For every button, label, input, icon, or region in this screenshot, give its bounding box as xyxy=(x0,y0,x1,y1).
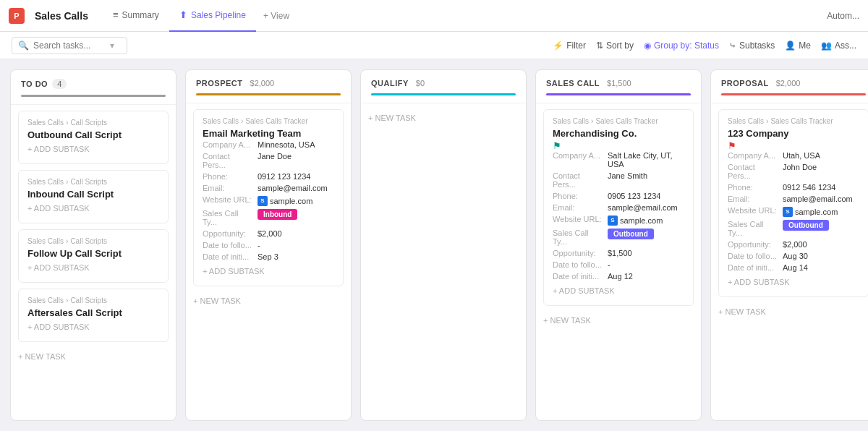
field-label: Date to follo... xyxy=(203,241,255,249)
website-url-value: S sample.com xyxy=(608,216,663,226)
card-field-row: Company A...Salt Lake City, UT, USA xyxy=(553,151,684,168)
card-field-row: Sales Call Ty...Inbound xyxy=(203,209,334,226)
field-label: Website URL: xyxy=(553,215,605,226)
col-header-salescall: SALES CALL$1,500 xyxy=(536,70,701,103)
field-value: $2,000 xyxy=(783,240,807,249)
add-subtask-button[interactable]: + ADD SUBTASK xyxy=(203,264,334,278)
card-field-row: Phone:0912 123 1234 xyxy=(203,172,334,181)
card-title[interactable]: Follow Up Call Script xyxy=(27,248,159,259)
field-label: Date to follo... xyxy=(728,252,780,260)
add-subtask-button[interactable]: + ADD SUBTASK xyxy=(27,142,159,156)
col-accent-salescall xyxy=(546,93,691,95)
card-field-row: Phone:0905 123 1234 xyxy=(553,192,684,200)
new-task-button[interactable]: + NEW TASK xyxy=(193,292,344,310)
card-field-row: Company A...Minnesota, USA xyxy=(203,140,334,149)
field-label: Sales Call Ty... xyxy=(728,220,780,237)
tab-summary-label: Summary xyxy=(122,10,159,20)
col-header-prospect: PROSPECT$2,000 xyxy=(186,70,351,103)
top-bar: P Sales Calls ≡ Summary ⬆ Sales Pipeline… xyxy=(0,0,868,32)
field-label: Email: xyxy=(728,195,780,203)
col-title-prospect: PROSPECT xyxy=(196,79,243,88)
search-input[interactable] xyxy=(33,40,106,51)
sort-button[interactable]: ⇅ Sort by xyxy=(596,40,634,51)
tab-sales-pipeline[interactable]: ⬆ Sales Pipeline xyxy=(169,0,256,32)
new-task-button[interactable]: + NEW TASK xyxy=(368,109,519,127)
col-header-todo: TO DO4 xyxy=(11,70,176,105)
filter-icon: ⚡ xyxy=(553,40,563,51)
field-label: Company A... xyxy=(203,140,255,149)
new-task-button[interactable]: + NEW TASK xyxy=(18,348,169,365)
column-salescall: SALES CALL$1,500Sales Calls › Sales Call… xyxy=(535,69,702,421)
card: Sales Calls › Call ScriptsAftersales Cal… xyxy=(18,289,169,342)
field-value: 0905 123 1234 xyxy=(608,192,660,200)
field-value: John Doe xyxy=(783,163,817,180)
new-task-button[interactable]: + NEW TASK xyxy=(543,312,694,329)
field-label: Email: xyxy=(553,203,605,212)
new-task-button[interactable]: + NEW TASK xyxy=(718,303,868,320)
field-value: Inbound xyxy=(258,209,297,226)
field-label: Sales Call Ty... xyxy=(553,229,605,246)
field-label: Email: xyxy=(203,184,255,192)
card-field-row: Opportunity:$2,000 xyxy=(203,229,334,238)
card-title[interactable]: 123 Company xyxy=(728,128,859,139)
field-label: Contact Pers... xyxy=(728,163,780,180)
field-label: Opportunity: xyxy=(203,229,255,238)
col-title-qualify: QUALIFY xyxy=(371,79,409,88)
field-label: Opportunity: xyxy=(553,249,605,257)
field-label: Date to follo... xyxy=(553,260,605,269)
field-value: Aug 14 xyxy=(783,263,808,272)
card-breadcrumb: Sales Calls › Call Scripts xyxy=(27,237,159,245)
card-title[interactable]: Email Marketing Team xyxy=(203,128,334,139)
assignee-icon: 👥 xyxy=(821,40,832,51)
card: Sales Calls › Call ScriptsInbound Call S… xyxy=(18,170,169,223)
card-title[interactable]: Inbound Call Script xyxy=(27,189,159,200)
field-value: $1,500 xyxy=(608,249,632,257)
col-amount-salescall: $1,500 xyxy=(607,79,631,88)
card-field-row: Email:sample@email.com xyxy=(728,195,859,203)
automate-label[interactable]: Autom... xyxy=(827,11,859,21)
card-breadcrumb: Sales Calls › Sales Calls Tracker xyxy=(203,117,334,125)
card: Sales Calls › Call ScriptsOutbound Call … xyxy=(18,111,169,164)
card-field-row: Website URL:S sample.com xyxy=(553,215,684,226)
col-accent-prospect xyxy=(196,93,341,95)
card-field-row: Date of initi...Aug 12 xyxy=(553,272,684,281)
flag-red-icon: ⚑ xyxy=(728,140,859,151)
card-field-row: Date to follo...Aug 30 xyxy=(728,252,859,260)
add-subtask-button[interactable]: + ADD SUBTASK xyxy=(27,320,159,334)
card-field-row: Date to follo...- xyxy=(553,260,684,269)
add-subtask-button[interactable]: + ADD SUBTASK xyxy=(27,201,159,216)
sort-icon: ⇅ xyxy=(596,40,603,51)
card-breadcrumb: Sales Calls › Sales Calls Tracker xyxy=(553,117,684,125)
search-icon: 🔍 xyxy=(18,40,29,51)
col-count-todo: 4 xyxy=(52,79,67,89)
card-field-row: Date to follo...- xyxy=(203,241,334,249)
card-title[interactable]: Merchandising Co. xyxy=(553,128,684,139)
card: Sales Calls › Call ScriptsFollow Up Call… xyxy=(18,229,169,283)
add-subtask-button[interactable]: + ADD SUBTASK xyxy=(553,283,684,298)
filter-button[interactable]: ⚡ Filter xyxy=(553,40,586,51)
add-subtask-button[interactable]: + ADD SUBTASK xyxy=(728,275,859,289)
field-value: S sample.com xyxy=(608,215,663,226)
search-box[interactable]: 🔍 ▾ xyxy=(12,37,127,54)
card-title[interactable]: Aftersales Call Script xyxy=(27,307,159,318)
website-url-value: S sample.com xyxy=(258,196,312,206)
col-body-qualify: + NEW TASK xyxy=(361,103,526,420)
subtasks-button[interactable]: ⤷ Subtasks xyxy=(729,40,775,51)
field-value: 0912 546 1234 xyxy=(783,183,835,192)
group-icon: ◉ xyxy=(644,40,651,51)
group-button[interactable]: ◉ Group by: Status xyxy=(644,40,719,51)
subtasks-icon: ⤷ xyxy=(729,40,736,51)
add-subtask-button[interactable]: + ADD SUBTASK xyxy=(27,260,159,275)
card-title[interactable]: Outbound Call Script xyxy=(27,129,159,140)
field-value: Jane Doe xyxy=(258,152,292,169)
column-todo: TO DO4Sales Calls › Call ScriptsOutbound… xyxy=(10,69,176,421)
me-button[interactable]: 👤 Me xyxy=(785,40,811,51)
assignee-button[interactable]: 👥 Ass... xyxy=(821,40,856,51)
field-label: Date of initi... xyxy=(553,272,605,281)
pipeline-icon: ⬆ xyxy=(179,9,187,20)
tab-summary[interactable]: ≡ Summary xyxy=(103,0,169,32)
col-title-proposal: PROPOSAL xyxy=(721,79,769,88)
add-view-button[interactable]: + View xyxy=(256,11,297,21)
col-body-salescall: Sales Calls › Sales Calls TrackerMerchan… xyxy=(536,103,701,420)
column-qualify: QUALIFY$0+ NEW TASK xyxy=(360,69,527,421)
